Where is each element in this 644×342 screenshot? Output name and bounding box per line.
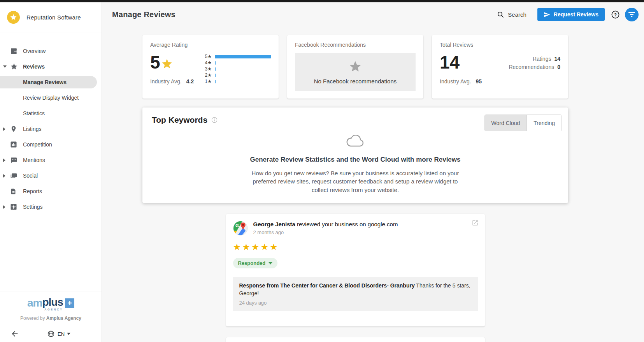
screen: Reputation Software Overview Rev — [0, 0, 644, 342]
document-icon — [10, 188, 18, 195]
star-icon — [161, 58, 173, 71]
search-label: Search — [508, 11, 526, 18]
bar-5-star — [215, 55, 271, 58]
chevron-down-icon — [268, 262, 272, 264]
star-icon: ★ — [260, 242, 270, 252]
sidebar-item-social[interactable]: Social — [0, 168, 102, 183]
total-reviews-value: 14 — [440, 53, 482, 71]
sidebar-item-mentions[interactable]: Mentions — [0, 152, 102, 168]
plus-box-icon: + — [65, 298, 74, 308]
tab-trending[interactable]: Trending — [526, 115, 562, 131]
header-actions: Search Request Reviews ? — [497, 8, 639, 21]
keywords-view-toggle: Word Cloud Trending — [484, 115, 562, 131]
review-timestamp: 2 months ago — [253, 229, 398, 235]
dashboard-icon — [10, 48, 18, 55]
ratings-breakdown: Ratings14 Recommendations0 — [509, 56, 560, 85]
card-title: Average Rating — [150, 42, 271, 48]
review-headline: George Jenista reviewed your business on… — [253, 221, 398, 227]
content-scroll-area[interactable]: Average Rating 5 — [102, 26, 644, 342]
settings-icon — [10, 203, 18, 210]
review-card-footer — [233, 318, 478, 326]
back-arrow-icon[interactable] — [11, 330, 19, 338]
sidebar-item-statistics[interactable]: Statistics — [0, 106, 102, 121]
sidebar-item-overview[interactable]: Overview — [0, 43, 102, 59]
open-in-new-icon[interactable] — [472, 219, 479, 226]
stats-row: Average Rating 5 — [142, 35, 568, 99]
filter-button[interactable] — [625, 8, 639, 21]
help-icon[interactable]: ? — [611, 10, 620, 19]
brand: Reputation Software — [0, 2, 102, 32]
facebook-empty-state: No Facebook recommendations — [295, 53, 416, 91]
page-header: Manage Reviews Search Request Reviews ? — [102, 2, 644, 26]
brand-name: Reputation Software — [26, 14, 81, 21]
sidebar-item-reviews[interactable]: Reviews — [0, 59, 102, 74]
keywords-empty-state: Generate Review Statistics and the Word … — [152, 135, 559, 194]
layout: Reputation Software Overview Rev — [0, 2, 644, 342]
tab-word-cloud[interactable]: Word Cloud — [485, 115, 527, 131]
svg-text:G: G — [235, 223, 239, 228]
chevron-right-icon — [3, 159, 7, 162]
chevron-right-icon — [3, 127, 7, 131]
sidebar-item-competition[interactable]: Competition — [0, 137, 102, 152]
globe-icon — [47, 330, 55, 338]
keywords-title: Top Keywords — [152, 115, 207, 125]
page-title: Manage Reviews — [112, 10, 175, 19]
comment-icon — [10, 157, 18, 164]
powered-by: Powered by Amplus Agency — [0, 316, 102, 321]
review-response-block: Response from The Center for Cancer & Bl… — [233, 277, 478, 311]
filter-icon — [628, 12, 635, 17]
location-pin-icon — [10, 125, 18, 133]
sidebar-item-listings[interactable]: Listings — [0, 121, 102, 137]
recommendations-count: 0 — [557, 64, 560, 70]
request-reviews-button[interactable]: Request Reviews — [537, 8, 605, 21]
sidebar-item-settings[interactable]: Settings — [0, 199, 102, 215]
star-icon: ★ — [270, 242, 279, 252]
review-card: G George Jenista reviewed your business … — [226, 214, 485, 326]
star-icon: ★ — [242, 242, 251, 252]
search-icon — [497, 11, 504, 18]
response-org: The Center for Cancer & Blood Disorders-… — [280, 282, 414, 289]
star-icon — [349, 60, 362, 75]
sidebar-item-manage-reviews[interactable]: Manage Reviews — [0, 74, 102, 90]
language-label: EN — [58, 331, 65, 337]
chevron-right-icon — [3, 205, 7, 209]
average-rating-value: 5 — [150, 53, 160, 71]
bar-1-star — [215, 80, 216, 83]
industry-avg-value: 4.2 — [186, 78, 194, 85]
search-control[interactable]: Search — [497, 11, 526, 18]
sidebar-spacer — [0, 215, 102, 291]
chevron-right-icon — [3, 174, 7, 178]
average-rating-card: Average Rating 5 — [142, 35, 279, 99]
brand-star-icon — [7, 11, 20, 24]
responded-status-badge[interactable]: Responded — [233, 258, 278, 268]
bar-4-star — [215, 61, 216, 65]
language-selector[interactable]: EN — [47, 330, 70, 338]
amplus-agency-logo: am plus AGENCY + — [0, 297, 102, 311]
sidebar: Reputation Software Overview Rev — [0, 2, 102, 342]
review-star-rating: ★★★★★ — [233, 243, 478, 252]
chat-bubbles-icon — [10, 172, 18, 180]
info-icon[interactable] — [211, 117, 218, 123]
star-icon — [10, 63, 18, 71]
review-author: George Jenista — [253, 221, 295, 227]
google-maps-avatar: G — [233, 221, 248, 236]
card-title: Total Reviews — [440, 42, 560, 48]
bar-3-star — [215, 67, 216, 71]
bar-chart-icon — [10, 141, 18, 148]
card-title: Facebook Recommendations — [295, 42, 416, 48]
sidebar-nav: Overview Reviews Manage Reviews — [0, 32, 102, 215]
chevron-down-icon — [3, 65, 7, 68]
rating-distribution-chart: 5★ 4★ 3★ 2★ 1★ — [202, 54, 271, 85]
star-icon: ★ — [251, 242, 261, 252]
sidebar-item-review-display-widget[interactable]: Review Display Widget — [0, 90, 102, 106]
top-keywords-card: Top Keywords Word Cloud Trending — [142, 108, 568, 203]
chevron-down-icon — [67, 333, 70, 335]
svg-text:?: ? — [614, 12, 617, 17]
sidebar-item-reports[interactable]: Reports — [0, 183, 102, 199]
next-review-card-peek — [226, 337, 485, 342]
response-timestamp: 24 days ago — [239, 300, 472, 306]
main-area: Manage Reviews Search Request Reviews ? — [102, 2, 644, 342]
bar-2-star — [215, 74, 216, 77]
send-icon — [544, 11, 550, 18]
sidebar-footer: am plus AGENCY + Powered by Amplus Agenc… — [0, 291, 102, 342]
